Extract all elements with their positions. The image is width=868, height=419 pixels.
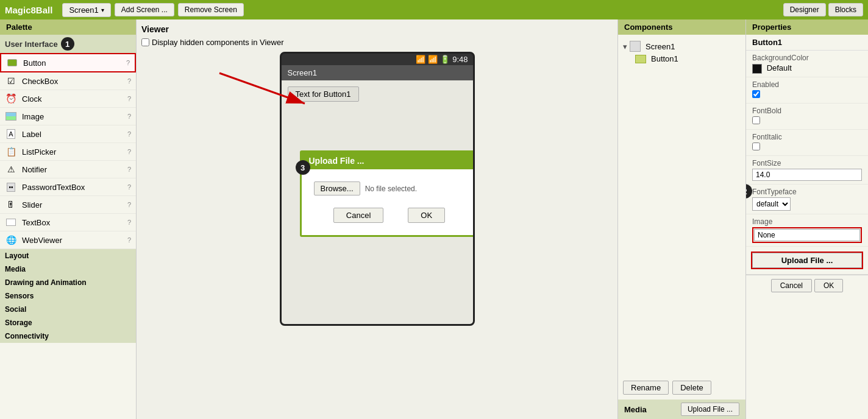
browse-button[interactable]: Browse...	[314, 181, 360, 195]
battery-icon: 🔋	[440, 55, 450, 64]
prop-fontbold: FontBold	[746, 104, 868, 130]
palette-item-label[interactable]: A Label ?	[0, 125, 136, 143]
palette-item-slider-label: Slider	[22, 200, 127, 210]
properties-component-name: Button1	[746, 35, 868, 51]
palette-item-passwordtextbox-label: PasswordTextBox	[22, 183, 127, 192]
phone-screen-name: Screen1	[288, 68, 317, 77]
components-title: Components	[618, 19, 745, 35]
checkbox-help-icon[interactable]: ?	[127, 77, 131, 85]
enabled-checkbox[interactable]	[752, 90, 760, 98]
phone-frame: 📶 📶 🔋 9:48 Screen1 Text for Button1 Uplo…	[280, 52, 475, 326]
button-icon	[6, 57, 18, 69]
notifier-help-icon[interactable]: ?	[127, 166, 131, 173]
drawing-animation-section[interactable]: Drawing and Animation	[0, 276, 136, 289]
screen-dropdown[interactable]: Screen1 ▾	[62, 3, 110, 17]
palette-item-passwordtextbox[interactable]: •• PasswordTextBox ?	[0, 178, 136, 196]
prop-enabled: Enabled	[746, 77, 868, 104]
toggle-icon[interactable]: ▾	[623, 42, 627, 51]
palette-item-button[interactable]: Button ?	[0, 53, 136, 72]
palette-item-checkbox[interactable]: ☑ CheckBox ?	[0, 72, 136, 90]
viewer-title: Viewer	[141, 24, 613, 34]
palette-item-webviewer-label: WebViewer	[22, 236, 127, 245]
palette-item-webviewer[interactable]: 🌐 WebViewer ?	[0, 231, 136, 249]
slider-help-icon[interactable]: ?	[127, 201, 131, 208]
listpicker-help-icon[interactable]: ?	[127, 148, 131, 155]
button-help-icon[interactable]: ?	[126, 59, 130, 66]
passwordtextbox-icon: ••	[5, 181, 17, 193]
badge-1: 1	[61, 37, 74, 51]
palette-item-image-label: Image	[22, 112, 127, 121]
clock-help-icon[interactable]: ?	[127, 95, 131, 102]
phone-status-bar: 📶 📶 🔋 9:48	[282, 54, 473, 65]
props-ok-button[interactable]: OK	[814, 279, 843, 292]
button1-label: Button1	[651, 54, 678, 63]
listpicker-icon: 📋	[5, 146, 17, 158]
image-icon	[5, 110, 17, 122]
image-help-icon[interactable]: ?	[127, 113, 131, 120]
screen1-label: Screen1	[646, 42, 675, 51]
component-screen1[interactable]: ▾ Screen1	[623, 40, 741, 53]
palette-item-slider[interactable]: 🎚 Slider ?	[0, 196, 136, 214]
component-tree: ▾ Screen1 Button1	[618, 35, 745, 376]
backgroundcolor-swatch	[752, 64, 762, 74]
sensors-section[interactable]: Sensors	[0, 289, 136, 303]
upload-file-section: Upload File ...	[746, 247, 868, 275]
palette-item-textbox-label: TextBox	[22, 218, 127, 227]
signal-icon: 📶	[428, 55, 438, 64]
palette-item-button-label: Button	[23, 58, 126, 68]
blocks-button[interactable]: Blocks	[828, 3, 863, 16]
delete-button[interactable]: Delete	[672, 381, 711, 395]
palette-item-listpicker[interactable]: 📋 ListPicker ?	[0, 143, 136, 161]
palette-item-textbox[interactable]: TextBox ?	[0, 214, 136, 231]
image-input[interactable]	[754, 229, 860, 241]
prop-fontitalic: FontItalic	[746, 130, 868, 156]
hidden-components-checkbox-row: Display hidden components in Viewer	[141, 38, 613, 47]
dialog-ok-button[interactable]: OK	[408, 208, 445, 223]
view-toggle: Designer Blocks	[783, 3, 863, 16]
textbox-help-icon[interactable]: ?	[127, 219, 131, 226]
rename-button[interactable]: Rename	[623, 381, 669, 395]
palette-item-clock[interactable]: ⏰ Clock ?	[0, 90, 136, 108]
fontbold-checkbox[interactable]	[752, 116, 760, 124]
props-cancel-button[interactable]: Cancel	[771, 279, 812, 292]
palette-item-checkbox-label: CheckBox	[22, 77, 127, 86]
upload-file-button[interactable]: Upload File ...	[752, 253, 862, 268]
fonttypeface-select[interactable]: default	[752, 197, 791, 211]
properties-title: Properties	[746, 19, 868, 35]
media-section[interactable]: Media	[0, 262, 136, 276]
media-title: Media	[624, 405, 647, 414]
checkbox-icon: ☑	[5, 75, 17, 87]
user-interface-label: User Interface	[5, 40, 58, 49]
remove-screen-button[interactable]: Remove Screen	[178, 3, 244, 16]
palette-item-clock-label: Clock	[22, 94, 127, 104]
fontsize-input[interactable]	[752, 169, 862, 181]
user-interface-section[interactable]: User Interface 1	[0, 35, 136, 53]
label-help-icon[interactable]: ?	[127, 130, 131, 138]
component-button1[interactable]: Button1	[635, 53, 741, 65]
storage-section[interactable]: Storage	[0, 316, 136, 329]
palette-panel: Palette User Interface 1 Button ? ☑ Chec…	[0, 19, 137, 419]
add-screen-button[interactable]: Add Screen ...	[115, 3, 174, 16]
properties-panel: Properties Button1 2 BackgroundColor Def…	[746, 19, 868, 419]
component-action-buttons: Rename Delete	[618, 376, 745, 400]
upload-file-dialog: Upload File ... 3 Browse... No file sele…	[300, 150, 475, 237]
prop-image: Image	[746, 214, 868, 247]
dropdown-caret-icon: ▾	[101, 7, 104, 13]
connectivity-section[interactable]: Connectivity	[0, 329, 136, 343]
label-icon: A	[5, 128, 17, 140]
social-section[interactable]: Social	[0, 303, 136, 316]
designer-button[interactable]: Designer	[783, 3, 826, 16]
hidden-components-checkbox[interactable]	[141, 38, 149, 46]
media-upload-button[interactable]: Upload File ...	[681, 403, 739, 416]
properties-bottom-buttons: Cancel OK	[746, 275, 868, 296]
phone-button1[interactable]: Text for Button1	[288, 86, 359, 102]
viewer-panel: Viewer Display hidden components in View…	[137, 19, 618, 419]
dialog-cancel-button[interactable]: Cancel	[333, 208, 383, 223]
webviewer-help-icon[interactable]: ?	[127, 236, 131, 244]
passwordtextbox-help-icon[interactable]: ?	[127, 183, 131, 191]
palette-item-image[interactable]: Image ?	[0, 108, 136, 125]
layout-section[interactable]: Layout	[0, 249, 136, 262]
palette-item-notifier[interactable]: ⚠ Notifier ?	[0, 161, 136, 178]
components-panel: Components ▾ Screen1 Button1 Rename Dele…	[618, 19, 746, 419]
fontitalic-checkbox[interactable]	[752, 143, 760, 150]
